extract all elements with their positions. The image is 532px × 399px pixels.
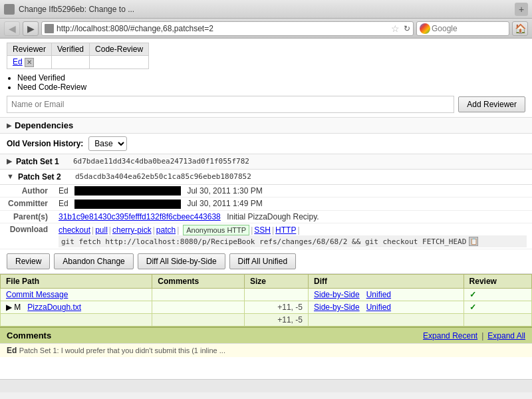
version-history-label: Old Version History: xyxy=(7,139,83,148)
url-favicon-icon xyxy=(45,24,54,33)
home-button[interactable]: 🏠 xyxy=(512,21,528,36)
patch-set-1-hash: 6d7bdae11dd34c4dba0bea24713ad0f1f055f782 xyxy=(73,157,249,166)
reviewer-col-header: Reviewer xyxy=(7,43,52,56)
forward-button[interactable]: ▶ xyxy=(23,21,39,36)
committer-redacted xyxy=(74,200,181,209)
add-reviewer-button[interactable]: Add Reviewer xyxy=(458,96,525,112)
list-item: Need Verified xyxy=(17,73,525,82)
needs-list: Need Verified Need Code-Review xyxy=(17,73,525,92)
patch-link[interactable]: patch xyxy=(156,225,176,235)
reviewer-section: Reviewer Verified Code-Review Ed ✕ xyxy=(0,39,532,118)
new-tab-button[interactable]: + xyxy=(515,3,528,16)
browser-toolbar: ◀ ▶ ☆ ↻ 🔍 🏠 xyxy=(0,19,532,39)
url-bar: ☆ ↻ xyxy=(41,21,414,36)
author-row: Author Ed Jul 30, 2011 1:30 PM xyxy=(0,185,532,198)
abandon-button[interactable]: Abandon Change xyxy=(54,253,133,269)
patch-set-2-hash: d5dacdb3a404ea62eb50c1ca85c96ebeb1807852 xyxy=(75,172,251,181)
comment-text: Patch Set 1: I would prefer that you did… xyxy=(19,346,225,354)
pizzadough-side-link[interactable]: Side-by-Side xyxy=(314,303,360,312)
review-col-header: Review xyxy=(464,275,531,289)
comments-header: Comments Expand Recent | Expand All xyxy=(0,327,532,343)
diff-col-header: Diff xyxy=(308,275,464,289)
patch-set-2-toggle[interactable]: ▼ xyxy=(7,172,14,180)
version-select[interactable]: Base xyxy=(88,136,127,151)
pizzadough-reviewed-icon: ✓ xyxy=(469,303,476,312)
reviewer-input-row: Add Reviewer xyxy=(7,96,525,113)
parents-row: Parent(s) 31b1c9e81430c395fefffd132f8f6c… xyxy=(0,211,532,223)
expand-dependencies-icon[interactable]: ▶ xyxy=(7,122,12,129)
download-row: Download checkout | pull | cherry-pick |… xyxy=(0,223,532,249)
author-value: Ed Jul 30, 2011 1:30 PM xyxy=(53,185,532,198)
back-icon: ◀ xyxy=(9,23,16,34)
download-value: checkout | pull | cherry-pick | patch | … xyxy=(53,223,532,249)
diff-unified-button[interactable]: Diff All Unified xyxy=(229,253,296,269)
table-row: ▶ M PizzaDough.txt +11, -5 Side-by-Side … xyxy=(1,301,532,314)
committer-label: Committer xyxy=(0,198,53,211)
review-button[interactable]: Review xyxy=(7,253,50,269)
browser-titlebar: Change Ifb5296eb: Change to ... + xyxy=(0,0,532,19)
reviewer-name-input[interactable] xyxy=(7,96,454,113)
committer-value: Ed Jul 30, 2011 1:49 PM xyxy=(53,198,532,211)
copy-button[interactable]: 📋 xyxy=(469,237,478,246)
comment-author: Ed xyxy=(7,346,17,355)
ssh-link[interactable]: SSH xyxy=(254,225,271,235)
browser-tab-title: Change Ifb5296eb: Change to ... xyxy=(19,5,511,14)
back-button[interactable]: ◀ xyxy=(4,21,20,36)
patch-set-1-label: Patch Set 1 xyxy=(16,157,69,166)
file-path-col-header: File Path xyxy=(1,275,152,289)
page-content: Reviewer Verified Code-Review Ed ✕ xyxy=(0,39,532,379)
files-table-header: File Path Comments Size Diff Review xyxy=(1,275,532,289)
expand-recent-link[interactable]: Expand Recent xyxy=(423,331,477,340)
patch-set-2-label: Patch Set 2 xyxy=(18,172,71,182)
pizzadough-link[interactable]: PizzaDough.txt xyxy=(27,303,81,312)
files-table: File Path Comments Size Diff Review Comm… xyxy=(0,274,532,327)
total-size: +11, -5 xyxy=(244,314,308,327)
dependencies-label: Dependencies xyxy=(15,120,73,130)
download-links: checkout | pull | cherry-pick | patch | … xyxy=(59,225,527,235)
commit-message-side-link[interactable]: Side-by-Side xyxy=(314,290,360,299)
anon-http-badge[interactable]: Anonymous HTTP xyxy=(183,225,249,235)
pizzadough-size: +11, -5 xyxy=(244,301,308,314)
comments-actions: Expand Recent | Expand All xyxy=(423,331,525,340)
action-row: Review Abandon Change Diff All Side-by-S… xyxy=(0,249,532,274)
cherry-pick-link[interactable]: cherry-pick xyxy=(112,225,152,235)
author-redacted xyxy=(74,186,181,196)
list-item: Need Code-Review xyxy=(17,82,525,92)
dependencies-section: ▶ Dependencies xyxy=(0,118,532,134)
patch-set-2-row: ▼ Patch Set 2 d5dacdb3a404ea62eb50c1ca85… xyxy=(0,170,532,185)
parent-hash-link[interactable]: 31b1c9e81430c395fefffd132f8f6cbeec443638 xyxy=(59,212,221,221)
checkout-link[interactable]: checkout xyxy=(59,225,90,235)
reviewer-name-link[interactable]: Ed xyxy=(13,57,23,66)
status-bar xyxy=(0,379,532,392)
commit-message-reviewed-icon: ✓ xyxy=(469,290,476,299)
forward-icon: ▶ xyxy=(27,23,35,34)
comments-title: Comments xyxy=(7,331,51,340)
http-link[interactable]: HTTP xyxy=(275,225,296,235)
expand-all-link[interactable]: Expand All xyxy=(487,331,525,340)
diff-side-by-side-button[interactable]: Diff All Side-by-Side xyxy=(138,253,225,269)
commit-message-unified-link[interactable]: Unified xyxy=(366,290,391,299)
size-col-header: Size xyxy=(244,275,308,289)
version-history-row: Old Version History: Base xyxy=(0,134,532,154)
patch-set-1-toggle[interactable]: ▶ xyxy=(7,157,12,166)
remove-reviewer-button[interactable]: ✕ xyxy=(25,58,34,67)
comments-separator: | xyxy=(481,331,483,340)
bookmark-icon[interactable]: ☆ xyxy=(391,23,400,34)
commit-message-link[interactable]: Commit Message xyxy=(6,290,68,299)
comment-row: Ed Patch Set 1: I would prefer that you … xyxy=(0,343,532,357)
browser-favicon-icon xyxy=(4,4,15,15)
refresh-button[interactable]: ↻ xyxy=(404,24,410,33)
parents-value: 31b1c9e81430c395fefffd132f8f6cbeec443638… xyxy=(53,211,532,223)
committer-row: Committer Ed Jul 30, 2011 1:49 PM xyxy=(0,198,532,211)
pizzadough-unified-link[interactable]: Unified xyxy=(366,303,391,312)
git-command: git fetch http://localhost:8080/p/Recipe… xyxy=(59,235,527,247)
parents-label: Parent(s) xyxy=(0,211,53,223)
commit-info-table: Author Ed Jul 30, 2011 1:30 PM Committer… xyxy=(0,185,532,250)
author-label: Author xyxy=(0,185,53,198)
pull-link[interactable]: pull xyxy=(95,225,108,235)
reviewer-table: Reviewer Verified Code-Review Ed ✕ xyxy=(7,43,149,69)
download-label: Download xyxy=(0,223,53,249)
url-input[interactable] xyxy=(57,24,388,33)
table-row: Ed ✕ xyxy=(7,56,149,69)
total-row: +11, -5 xyxy=(1,314,532,327)
